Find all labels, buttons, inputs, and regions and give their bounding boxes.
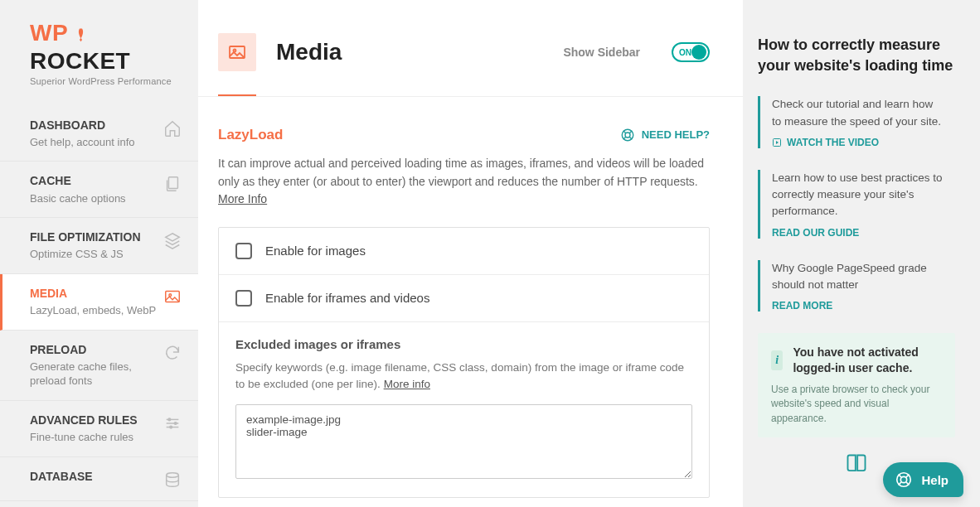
- excluded-textarea[interactable]: [235, 404, 692, 479]
- tip-text: Check our tutorial and learn how to meas…: [772, 96, 945, 130]
- nav-sub: Fine-tune cache rules: [30, 430, 157, 445]
- need-help-link[interactable]: NEED HELP?: [620, 128, 710, 142]
- lifebuoy-icon: [895, 471, 913, 489]
- help-button[interactable]: Help: [883, 462, 963, 497]
- nav-database[interactable]: DATABASE: [0, 457, 198, 501]
- need-help-text: NEED HELP?: [642, 128, 710, 141]
- tip-card: Why Google PageSpeed grade should not ma…: [758, 260, 955, 312]
- enable-iframes-row[interactable]: Enable for iframes and videos: [235, 290, 692, 307]
- nav-preload[interactable]: PRELOADGenerate cache files, preload fon…: [0, 331, 198, 401]
- home-icon: [163, 119, 182, 138]
- nav-advanced-rules[interactable]: ADVANCED RULESFine-tune cache rules: [0, 401, 198, 457]
- svg-point-7: [174, 422, 177, 424]
- tip-card: Learn how to use best practices to corre…: [758, 170, 955, 239]
- nav-dashboard[interactable]: DASHBOARDGet help, account info: [0, 106, 198, 162]
- enable-images-row[interactable]: Enable for images: [235, 243, 692, 259]
- more-info-link[interactable]: More Info: [218, 192, 267, 205]
- database-icon: [163, 471, 182, 489]
- copy-icon: [163, 175, 182, 193]
- nav-cache[interactable]: CACHEBasic cache options: [0, 162, 198, 218]
- read-guide-link[interactable]: READ OUR GUIDE: [772, 227, 945, 239]
- sliders-icon: [163, 414, 182, 432]
- notice-text: Use a private browser to check your webs…: [771, 383, 942, 426]
- toggle-on-text: ON: [679, 48, 691, 57]
- option-excluded: Excluded images or iframes Specify keywo…: [219, 322, 709, 498]
- notice-box: i You have not activated logged-in user …: [758, 333, 955, 437]
- nav-title: FILE OPTIMIZATION: [30, 229, 157, 244]
- tip-card: Check our tutorial and learn how to meas…: [758, 96, 955, 148]
- excluded-more-link[interactable]: More info: [384, 378, 430, 390]
- nav-title: DATABASE: [30, 469, 157, 484]
- book-icon: [842, 452, 871, 476]
- enable-iframes-checkbox[interactable]: [235, 290, 252, 307]
- right-sidebar: How to correctly measure your website's …: [743, 0, 980, 507]
- section-title: LazyLoad: [218, 127, 283, 143]
- option-enable-iframes: Enable for iframes and videos: [219, 275, 709, 322]
- image-icon: [163, 287, 182, 306]
- watch-video-link[interactable]: WATCH THE VIDEO: [772, 137, 945, 148]
- nav-title: PRELOAD: [30, 342, 157, 357]
- read-more-link[interactable]: READ MORE: [772, 300, 945, 311]
- page-title: Media: [276, 39, 342, 65]
- enable-iframes-label: Enable for iframes and videos: [265, 291, 429, 305]
- svg-point-13: [625, 133, 630, 138]
- nav-title: ADVANCED RULES: [30, 413, 157, 427]
- excluded-description: Specify keywords (e.g. image filename, C…: [235, 360, 692, 394]
- lifebuoy-icon: [620, 128, 635, 142]
- page-icon: [218, 33, 256, 71]
- help-button-label: Help: [921, 473, 948, 487]
- svg-point-8: [170, 426, 172, 428]
- nav-file-optimization[interactable]: FILE OPTIMIZATIONOptimize CSS & JS: [0, 218, 198, 274]
- options-container: Enable for images Enable for iframes and…: [218, 227, 710, 499]
- section-description: It can improve actual and perceived load…: [218, 155, 710, 209]
- nav-media[interactable]: MEDIALazyLoad, embeds, WebP: [0, 274, 198, 331]
- right-title: How to correctly measure your website's …: [758, 35, 955, 76]
- nav-list: DASHBOARDGet help, account info CACHEBas…: [0, 106, 198, 501]
- logo-prefix: WP: [30, 20, 68, 46]
- nav-sub: Optimize CSS & JS: [30, 247, 157, 262]
- nav-sub: LazyLoad, embeds, WebP: [30, 303, 157, 318]
- page-header: Media Show Sidebar ON: [198, 0, 743, 71]
- nav-sub: Generate cache files, preload fonts: [30, 360, 157, 389]
- main-panel: Media Show Sidebar ON LazyLoad NEED HELP…: [198, 0, 743, 507]
- enable-images-label: Enable for images: [265, 244, 366, 258]
- show-sidebar-label: Show Sidebar: [563, 46, 640, 59]
- rocket-icon: [75, 22, 90, 48]
- nav-title: CACHE: [30, 173, 157, 188]
- content: LazyLoad NEED HELP? It can improve actua…: [198, 97, 743, 507]
- tip-text: Learn how to use best practices to corre…: [772, 170, 945, 220]
- svg-point-6: [168, 418, 171, 421]
- image-icon: [227, 42, 247, 62]
- logo-tagline: Superior WordPress Performance: [30, 76, 182, 86]
- svg-point-20: [901, 476, 907, 482]
- enable-images-checkbox[interactable]: [235, 243, 252, 259]
- option-enable-images: Enable for images: [219, 228, 709, 275]
- nav-sub: Basic cache options: [30, 191, 157, 206]
- svg-point-9: [167, 472, 179, 477]
- play-icon: [772, 138, 782, 147]
- refresh-icon: [163, 344, 182, 362]
- layers-icon: [163, 231, 182, 249]
- excluded-title: Excluded images or iframes: [235, 337, 692, 351]
- logo-suffix: ROCKET: [30, 48, 130, 74]
- sidebar: WP ROCKET Superior WordPress Performance…: [0, 0, 198, 507]
- tip-text: Why Google PageSpeed grade should not ma…: [772, 260, 945, 294]
- notice-title: You have not activated logged-in user ca…: [793, 345, 942, 376]
- toggle-knob: [691, 45, 706, 60]
- logo: WP ROCKET Superior WordPress Performance: [0, 20, 198, 106]
- show-sidebar-toggle[interactable]: ON: [672, 42, 710, 62]
- svg-rect-0: [168, 177, 177, 189]
- nav-title: DASHBOARD: [30, 118, 157, 133]
- info-icon: i: [771, 350, 783, 370]
- nav-sub: Get help, account info: [30, 135, 157, 150]
- nav-title: MEDIA: [30, 286, 157, 301]
